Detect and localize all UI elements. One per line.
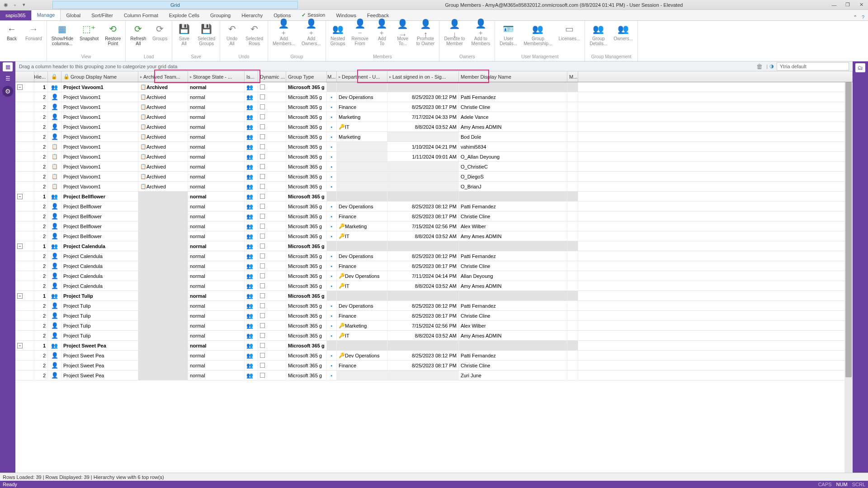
cell[interactable] (258, 261, 286, 271)
cell[interactable]: 👥 (245, 172, 258, 181)
cell[interactable] (567, 112, 578, 122)
cell[interactable] (578, 112, 853, 122)
cell[interactable]: Project Calendula (61, 261, 138, 271)
cell[interactable] (459, 291, 567, 300)
nested-groups-button[interactable]: 👥Nested Groups (328, 22, 348, 47)
cell[interactable]: 📋 (48, 182, 61, 191)
cell[interactable]: Project Sweet Pea (61, 341, 138, 350)
cell[interactable]: 2 (34, 361, 48, 370)
cell[interactable]: normal (188, 102, 245, 112)
cell[interactable]: Project Calendula (61, 251, 138, 261)
cell[interactable] (387, 371, 459, 380)
cell[interactable]: Finance (337, 311, 387, 320)
view-grid-icon[interactable]: ▦ (3, 62, 13, 71)
cell[interactable]: Finance (337, 211, 387, 221)
cell[interactable] (387, 291, 459, 300)
group-header-row[interactable]: −1👥Project Vavoom1📋 Archivednormal👥Micro… (15, 82, 853, 92)
cell[interactable] (578, 341, 853, 350)
cell[interactable] (138, 331, 188, 340)
cell[interactable]: normal (188, 211, 245, 221)
data-row[interactable]: 2👤Project Vavoom1📋 Archivednormal👥Micros… (15, 122, 853, 132)
cell[interactable] (387, 241, 459, 251)
cell[interactable] (15, 142, 34, 151)
cell[interactable]: − (15, 341, 34, 350)
cell[interactable] (258, 102, 286, 112)
tab-sortfilter[interactable]: Sort/Filter (86, 10, 118, 20)
cell[interactable] (567, 192, 578, 201)
settings-gear-icon[interactable]: ⚙ (2, 86, 13, 97)
undo-rows-button[interactable]: ↶Selected Rows (243, 22, 266, 47)
cell[interactable]: normal (188, 172, 245, 181)
cell[interactable]: 👥 (245, 331, 258, 340)
cell[interactable]: normal (188, 291, 245, 300)
cell[interactable]: 👤 (48, 271, 61, 281)
cell[interactable] (567, 351, 578, 360)
save-selected-button[interactable]: 💾Selected Groups (195, 22, 218, 47)
cell[interactable]: 🔑 IT (337, 122, 387, 131)
group-details-button[interactable]: 👥Group Details... (587, 22, 610, 47)
cell[interactable]: 👤 (48, 281, 61, 291)
cell[interactable]: Patti Fernandez (459, 92, 567, 102)
cell[interactable] (258, 142, 286, 151)
cell[interactable] (258, 182, 286, 191)
data-row[interactable]: 2👤Project Vavoom1📋 Archivednormal👥Micros… (15, 102, 853, 112)
group-zone[interactable]: Drag a column header to this grouping zo… (15, 61, 853, 71)
cell[interactable]: ▪ (327, 132, 337, 141)
cell[interactable]: Alex Wilber (459, 321, 567, 330)
add-members-button[interactable]: 👤⁺Add Members... (270, 22, 298, 47)
cell[interactable]: Christie Cline (459, 261, 567, 271)
cell[interactable] (258, 132, 286, 141)
group-header-row[interactable]: −1👥Project Bellflowernormal👥Microsoft 36… (15, 192, 853, 202)
cell[interactable] (327, 241, 337, 251)
cell[interactable] (578, 142, 853, 151)
cell[interactable]: 8/25/2023 08:12 PM (387, 202, 459, 211)
cell[interactable]: 🔑 Dev Operations (337, 271, 387, 281)
cell[interactable]: ▪ (327, 112, 337, 122)
cell[interactable]: Amy Ames ADMIN (459, 331, 567, 340)
cell[interactable]: 📋 Archived (138, 122, 188, 131)
cell[interactable]: Patti Fernandez (459, 251, 567, 261)
refresh-all-button[interactable]: ⟳Refresh All (127, 22, 149, 47)
cell[interactable]: 📋 (48, 162, 61, 171)
cell[interactable] (15, 102, 34, 112)
cell[interactable]: − (15, 291, 34, 300)
cell[interactable]: Microsoft 365 g (286, 271, 327, 281)
cell[interactable]: 👥 (48, 291, 61, 300)
cell[interactable]: 8/25/2023 08:17 PM (387, 102, 459, 112)
cell[interactable]: 8/25/2023 08:17 PM (387, 361, 459, 370)
cell[interactable]: 7/15/2024 02:56 PM (387, 221, 459, 231)
cell[interactable] (567, 371, 578, 380)
cell[interactable]: 2 (34, 271, 48, 281)
cell[interactable] (138, 301, 188, 310)
cell[interactable]: 👤 (48, 371, 61, 380)
cell[interactable]: O_Allan Deyoung (459, 152, 567, 161)
cell[interactable] (15, 251, 34, 261)
cell[interactable]: 8/25/2023 08:12 PM (387, 301, 459, 310)
cell[interactable] (138, 281, 188, 291)
cell[interactable] (258, 192, 286, 201)
data-row[interactable]: 2📋Project Vavoom1📋 Archivednormal👥Micros… (15, 152, 853, 162)
cell[interactable]: 2 (34, 251, 48, 261)
cell[interactable]: ▪ (327, 271, 337, 281)
cell[interactable]: ▪ (327, 162, 337, 171)
cell[interactable]: 👥 (245, 251, 258, 261)
cell[interactable]: Project Vavoom1 (61, 102, 138, 112)
cell[interactable] (258, 82, 286, 92)
cell[interactable]: Marketing (337, 132, 387, 141)
cell[interactable]: Project Tulip (61, 301, 138, 310)
save-icon[interactable]: ▫ (12, 2, 18, 8)
group-header-row[interactable]: −1👥Project Calendulanormal👥Microsoft 365… (15, 241, 853, 251)
cell[interactable] (567, 102, 578, 112)
cell[interactable]: Microsoft 365 g (286, 102, 327, 112)
cell[interactable] (578, 132, 853, 141)
cell[interactable] (258, 321, 286, 330)
cell[interactable] (578, 182, 853, 191)
cell[interactable]: 1/10/2024 04:21 PM (387, 142, 459, 151)
clear-grouping-icon[interactable]: 🗑 (755, 63, 764, 70)
cell[interactable] (258, 311, 286, 320)
cell[interactable] (15, 162, 34, 171)
cell[interactable] (567, 271, 578, 281)
data-row[interactable]: 2📋Project Vavoom1📋 Archivednormal👥Micros… (15, 142, 853, 152)
cell[interactable] (258, 221, 286, 231)
cell[interactable]: normal (188, 132, 245, 141)
